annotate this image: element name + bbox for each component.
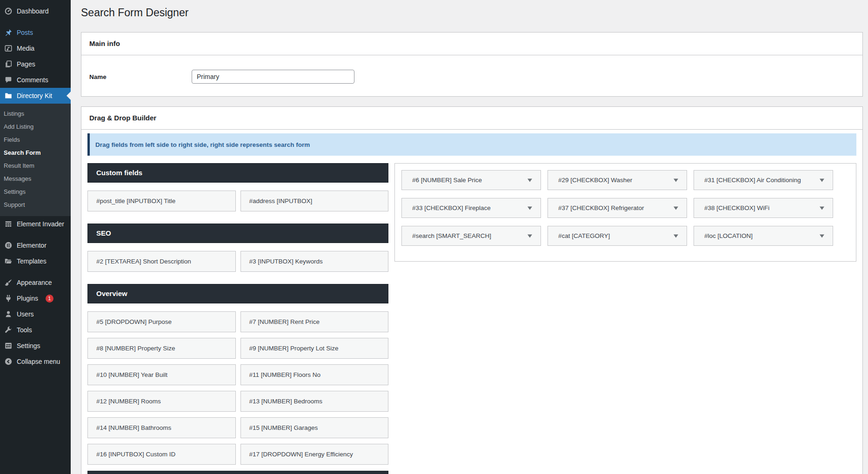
draggable-field[interactable]: #7 [NUMBER] Rent Price [240,311,389,332]
grid-icon [4,220,13,228]
menu-separator [0,19,71,25]
open-folder-icon [4,257,13,265]
sidebar-item-media[interactable]: Media [0,40,71,56]
dropdown-caret-icon[interactable] [674,178,678,182]
dropdown-caret-icon[interactable] [820,178,824,182]
search-form-dropzone[interactable]: #6 [NUMBER] Sale Price #29 [CHECKBOX] Wa… [394,163,856,262]
dropped-field[interactable]: #38 [CHECKBOX] WiFi [694,198,833,218]
sidebar-item-settings[interactable]: Settings [0,338,71,354]
sidebar-item-elementor[interactable]: Elementor [0,237,71,253]
custom-fields-grid: #post_title [INPUTBOX] Title #address [I… [87,191,388,211]
dropped-field[interactable]: #31 [CHECKBOX] Air Conditioning [694,170,833,190]
submenu-item-messages[interactable]: Messages [0,172,71,185]
dropped-field-label: #29 [CHECKBOX] Washer [558,177,632,184]
sidebar-item-appearance[interactable]: Appearance [0,275,71,290]
dropdown-caret-icon[interactable] [674,234,678,237]
form-name-input[interactable] [192,70,354,84]
directory-kit-submenu: Listings Add Listing Fields Search Form … [0,104,71,216]
draggable-field[interactable]: #10 [NUMBER] Year Built [87,364,236,385]
main-info-card: Main info Name [81,32,863,97]
dropped-field[interactable]: #cat [CATEGORY] [548,226,687,246]
submenu-item-support[interactable]: Support [0,198,71,211]
submenu-item-result-item[interactable]: Result Item [0,159,71,172]
drag-drop-notice: Drag fields from left side to right side… [87,133,856,156]
sidebar-item-tools[interactable]: Tools [0,322,71,338]
dropped-field[interactable]: #33 [CHECKBOX] Fireplace [401,198,541,218]
sidebar-item-collapse-menu[interactable]: Collapse menu [0,354,71,369]
settings-icon [4,342,13,350]
dropdown-caret-icon[interactable] [820,234,824,237]
draggable-field[interactable]: #12 [NUMBER] Rooms [87,391,236,412]
sidebar-item-label: Plugins [17,294,38,303]
name-form-row: Name [89,70,855,84]
main-info-card-body: Name [81,55,862,96]
builder-card-body: Drag fields from left side to right side… [81,130,862,474]
submenu-item-listings[interactable]: Listings [0,107,71,120]
draggable-field[interactable]: #11 [NUMBER] Floors No [240,364,389,385]
submenu-item-fields[interactable]: Fields [0,133,71,146]
dashboard-icon [4,7,13,15]
overview-fields-grid: #5 [DROPDOWN] Purpose #7 [NUMBER] Rent P… [87,311,388,465]
draggable-field[interactable]: #2 [TEXTAREA] Short Description [87,251,236,272]
dropped-field-label: #search [SMART_SEARCH] [412,232,491,239]
dropped-field[interactable]: #29 [CHECKBOX] Washer [548,170,687,190]
draggable-field[interactable]: #13 [NUMBER] Bedrooms [240,391,389,412]
name-label: Name [89,73,192,80]
dropdown-caret-icon[interactable] [820,206,824,210]
sidebar-item-element-invader[interactable]: Element Invader [0,216,71,232]
dropdown-caret-icon[interactable] [674,206,678,210]
dropped-field[interactable]: #loc [LOCATION] [694,226,833,246]
sidebar-item-label: Elementor [17,241,47,250]
sidebar-item-dashboard[interactable]: Dashboard [0,3,71,19]
builder-card-title: Drag & Drop Builder [81,107,862,130]
available-fields-column: Custom fields #post_title [INPUTBOX] Tit… [87,163,388,474]
section-header-seo: SEO [87,224,388,243]
draggable-field[interactable]: #9 [NUMBER] Property Lot Size [240,338,389,359]
dropped-field-label: #38 [CHECKBOX] WiFi [704,204,769,211]
menu-separator [0,269,71,275]
draggable-field[interactable]: #16 [INPUTBOX] Custom ID [87,444,236,465]
sidebar-item-plugins[interactable]: Plugins 1 [0,290,71,306]
dropped-field-label: #31 [CHECKBOX] Air Conditioning [704,177,801,184]
media-icon [4,44,13,53]
pushpin-icon [4,28,13,37]
draggable-field[interactable]: #address [INPUTBOX] [240,191,389,211]
draggable-field[interactable]: #3 [INPUTBOX] Keywords [240,251,389,272]
submenu-item-settings[interactable]: Settings [0,185,71,198]
menu-separator [0,232,71,237]
sidebar-item-users[interactable]: Users [0,306,71,322]
dropped-field[interactable]: #6 [NUMBER] Sale Price [401,170,541,190]
elementor-icon [4,241,13,250]
dropped-field[interactable]: #37 [CHECKBOX] Refrigerator [548,198,687,218]
sidebar-item-label: Media [17,44,34,53]
dropdown-caret-icon[interactable] [527,178,532,182]
admin-sidebar: Dashboard Posts Media Pages Comments Dir… [0,0,71,474]
draggable-field[interactable]: #17 [DROPDOWN] Energy Efficiency [240,444,389,465]
sidebar-item-label: Comments [17,75,48,85]
dropped-field-label: #loc [LOCATION] [704,232,753,239]
draggable-field[interactable]: #14 [NUMBER] Bathrooms [87,417,236,438]
sidebar-item-comments[interactable]: Comments [0,72,71,88]
dropdown-caret-icon[interactable] [527,234,532,237]
comments-icon [4,76,13,84]
draggable-field[interactable]: #5 [DROPDOWN] Purpose [87,311,236,332]
sidebar-item-label: Pages [17,59,35,69]
submenu-item-search-form[interactable]: Search Form [0,146,71,159]
dropped-field[interactable]: #search [SMART_SEARCH] [401,226,541,246]
sidebar-item-templates[interactable]: Templates [0,253,71,269]
sidebar-item-pages[interactable]: Pages [0,56,71,72]
sidebar-item-label: Appearance [17,278,52,287]
draggable-field[interactable]: #15 [NUMBER] Garages [240,417,389,438]
draggable-field[interactable]: #post_title [INPUTBOX] Title [87,191,236,211]
section-header-overview: Overview [87,284,388,303]
drag-drop-notice-text: Drag fields from left side to right side… [95,141,310,148]
sidebar-item-posts[interactable]: Posts [0,25,71,40]
sidebar-item-directory-kit[interactable]: Directory Kit [0,88,71,104]
submenu-item-add-listing[interactable]: Add Listing [0,120,71,133]
sidebar-item-label: Directory Kit [17,91,52,100]
plug-icon [4,294,13,303]
sidebar-item-label: Users [17,309,34,319]
dropdown-caret-icon[interactable] [527,206,532,210]
section-header-custom-fields: Custom fields [87,163,388,183]
draggable-field[interactable]: #8 [NUMBER] Property Size [87,338,236,359]
